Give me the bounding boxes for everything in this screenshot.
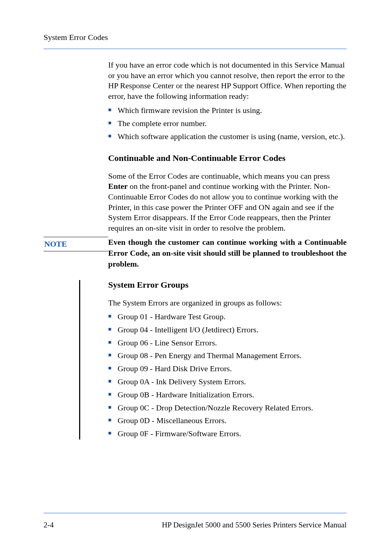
list-item: Group 0F - Firmware/Software Errors.	[108, 428, 347, 439]
list-item: Group 01 - Hardware Test Group.	[108, 311, 347, 323]
section-heading-continuable: Continuable and Non-Continuable Error Co…	[108, 153, 347, 163]
list-item: Which software application the customer …	[108, 131, 347, 142]
list-item: Group 04 - Intelligent I/O (Jetdirect) E…	[108, 324, 347, 336]
groups-bullet-list: Group 01 - Hardware Test Group. Group 04…	[108, 311, 347, 439]
note-block: NOTE Even though the customer can contin…	[44, 237, 347, 269]
list-item: Group 09 - Hard Disk Drive Errors.	[108, 363, 347, 374]
section2-intro: The System Errors are organized in group…	[108, 298, 347, 308]
list-item: Group 0A - Ink Delivery System Errors.	[108, 376, 347, 388]
list-item: Group 06 - Line Sensor Errors.	[108, 337, 347, 349]
enter-keyword: Enter	[108, 182, 128, 191]
note-label: NOTE	[44, 239, 108, 249]
main-content: If you have an error code which is not d…	[108, 60, 347, 439]
page-header-title: System Error Codes	[44, 33, 347, 42]
header-rule	[44, 49, 347, 49]
para-prefix: Some of the Error Codes are continuable,…	[108, 171, 330, 181]
page-number: 2-4	[44, 520, 54, 530]
section1-paragraph-block: Some of the Error Codes are continuable,…	[108, 171, 347, 234]
intro-paragraph-block: If you have an error code which is not d…	[108, 60, 347, 101]
list-item: Group 0D - Miscellaneous Errors.	[108, 415, 347, 426]
footer-doc-title: HP DesignJet 5000 and 5500 Series Printe…	[162, 520, 347, 530]
document-page: System Error Codes If you have an error …	[0, 0, 392, 555]
footer-row: 2-4 HP DesignJet 5000 and 5500 Series Pr…	[44, 520, 347, 530]
list-item: Which firmware revision the Printer is u…	[108, 105, 347, 116]
page-footer: 2-4 HP DesignJet 5000 and 5500 Series Pr…	[44, 513, 347, 530]
intro-bullet-list: Which firmware revision the Printer is u…	[108, 105, 347, 142]
section1-paragraph: Some of the Error Codes are continuable,…	[108, 171, 347, 234]
list-item: The complete error number.	[108, 118, 347, 129]
list-item: Group 0C - Drop Detection/Nozzle Recover…	[108, 402, 347, 414]
note-label-column: NOTE	[44, 237, 108, 251]
note-text: Even though the customer can continue wo…	[108, 237, 347, 269]
list-item: Group 08 - Pen Energy and Thermal Manage…	[108, 350, 347, 361]
changebar-section: System Error Groups The System Errors ar…	[79, 280, 347, 439]
intro-paragraph: If you have an error code which is not d…	[108, 60, 347, 101]
footer-rule	[44, 513, 347, 513]
section-heading-groups: System Error Groups	[108, 280, 347, 290]
para-suffix: on the front-panel and continue working …	[108, 182, 338, 232]
list-item: Group 0B - Hardware Initialization Error…	[108, 389, 347, 401]
